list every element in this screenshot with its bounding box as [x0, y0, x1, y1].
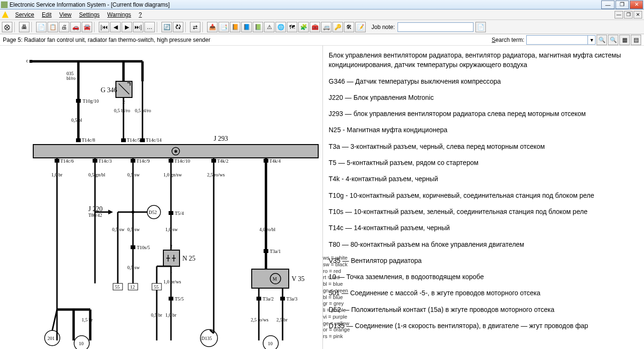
tool-puzzle-icon[interactable]: 🧩: [298, 22, 309, 32]
mdi-minimize-button[interactable]: —: [615, 11, 623, 19]
svg-text:M: M: [273, 276, 277, 281]
tool-wrench-icon[interactable]: 🛠: [344, 22, 354, 32]
tool-key-icon[interactable]: 🔑: [332, 22, 343, 32]
menu-service[interactable]: Service: [11, 10, 38, 19]
svg-rect-23: [93, 159, 97, 163]
T80_42: T80/42: [88, 213, 102, 218]
tool-new-icon[interactable]: 📄: [36, 22, 47, 32]
toolbar: ⨂ 🖶 📄 📋 🖨 🚗 🚘 |⏮ ◀ ▶ ⏭| … 🔄 🗘 ⇄ 📥 📑 📙 📘 …: [0, 20, 644, 34]
label-G346: G 346: [101, 87, 117, 94]
desc-line: T14c — 14-контактный разъем, черный: [329, 223, 638, 233]
desc-line: J293 — блок управления вентилятором ради…: [329, 109, 638, 118]
desc-line: T5 — 5-контактный разъем, рядом со старт…: [329, 158, 638, 167]
w05bl: 0,5 bl: [71, 117, 82, 123]
w05blro: 0,5 bl/ro: [114, 108, 130, 113]
label-J293: J 293: [214, 135, 228, 142]
search-input[interactable]: [526, 35, 588, 45]
w10sw: 1,0 sw: [165, 227, 178, 232]
sub-header: Page 5: Radiator fan control unit, radia…: [0, 34, 644, 46]
diagram-pane: .w3{stroke:#000;stroke-width:3;fill:none…: [0, 46, 323, 349]
mdi-close-button[interactable]: ✕: [634, 11, 642, 19]
maximize-button[interactable]: ❐: [616, 0, 629, 9]
jobnote-button[interactable]: 📄: [475, 22, 486, 32]
tool-next-icon[interactable]: ▶: [122, 22, 132, 32]
tool-map-icon[interactable]: 🗺: [287, 22, 297, 32]
svg-marker-29: [108, 210, 113, 214]
tool-reload-icon[interactable]: 🗘: [173, 22, 183, 32]
tool-goto-icon[interactable]: …: [144, 22, 155, 32]
menu-warnings[interactable]: Warnings: [104, 10, 135, 19]
w05blro2: 0,5 bl/ro: [135, 108, 151, 113]
svg-rect-26: [211, 159, 216, 163]
mdi-restore-button[interactable]: ❐: [624, 11, 633, 19]
T5_4: T5/4: [175, 211, 184, 216]
jobnote-input[interactable]: [398, 22, 474, 32]
tool-prev-icon[interactable]: ◀: [110, 22, 121, 32]
close-button[interactable]: ✕: [630, 0, 643, 9]
tool-book2-icon[interactable]: 📘: [241, 22, 252, 32]
tool-toolbox-icon[interactable]: 🧰: [310, 22, 320, 32]
tool-book3-icon[interactable]: 📗: [253, 22, 263, 32]
T3a2: T3a/2: [263, 296, 274, 301]
tool-last-icon[interactable]: ⏭|: [133, 22, 143, 32]
tool-note-icon[interactable]: 📝: [355, 22, 366, 32]
label-V35: V 35: [292, 275, 304, 282]
search-dropdown-icon[interactable]: ▾: [588, 35, 596, 45]
n201: 201: [47, 336, 55, 341]
tool-print2-icon[interactable]: 🖨: [59, 22, 69, 32]
tool-first-icon[interactable]: |⏮: [99, 22, 109, 32]
T3a3: T3a/3: [286, 296, 297, 301]
tool-car1-icon[interactable]: 🚗: [70, 22, 81, 32]
w25br: 2,5 br: [276, 317, 288, 322]
w05sw4: 0,5 sw: [127, 265, 140, 270]
tool-book1-icon[interactable]: 📙: [230, 22, 240, 32]
pin1a: 1: [123, 75, 125, 80]
n10b: 10: [268, 341, 273, 346]
menu-view[interactable]: View: [56, 10, 76, 19]
tool-warn-icon[interactable]: ⚠: [264, 22, 275, 32]
T14c8: T14c/8: [82, 137, 95, 143]
tool-van-icon[interactable]: 🚐: [321, 22, 331, 32]
tool-print-icon[interactable]: 🖶: [19, 22, 29, 32]
w05sw3: 0,5 sw: [127, 227, 140, 232]
search-prev-button[interactable]: 🔍: [597, 35, 607, 45]
search-next-button[interactable]: 🔍: [608, 35, 618, 45]
svg-rect-9: [76, 99, 81, 103]
tool-docs-icon[interactable]: 📑: [218, 22, 229, 32]
tool-refresh-icon[interactable]: 🔄: [161, 22, 172, 32]
desc-line: G346 — Датчик температуры выключения ком…: [329, 77, 638, 86]
layout-button[interactable]: ▦: [619, 35, 630, 45]
svg-rect-12: [140, 138, 145, 142]
n10a: 10: [79, 341, 84, 346]
T5_5: T5/5: [175, 296, 184, 301]
tool-copy-icon[interactable]: 📋: [47, 22, 58, 32]
w40robl: 4,0 ro/bl: [259, 227, 275, 232]
menu-edit[interactable]: Edit: [38, 10, 56, 19]
tool-globe-icon[interactable]: 🌐: [275, 22, 286, 32]
w25rows: 2,5 ro/ws: [207, 172, 225, 177]
tool-inbox-icon[interactable]: 📥: [207, 22, 218, 32]
w05sw: 0,5 sw: [127, 172, 140, 177]
tool-cancel-icon[interactable]: ⨂: [2, 22, 12, 32]
T14c10: T14c/10: [174, 158, 190, 164]
T14c9: T14c/9: [136, 158, 150, 164]
n55b: 55: [154, 284, 159, 290]
svg-rect-43: [264, 249, 268, 253]
tool-car2-icon[interactable]: 🚘: [82, 22, 92, 32]
menu-settings[interactable]: Settings: [76, 10, 104, 19]
desc-line: T10s — 10-контактный разъем, зеленый, со…: [329, 207, 638, 216]
warning-icon: [2, 11, 9, 18]
w10brws: 1,0 br/ws: [163, 279, 181, 284]
window-title: Electronic Service Information System - …: [9, 1, 600, 8]
menu-help[interactable]: ?: [135, 10, 146, 19]
svg-rect-25: [169, 159, 173, 163]
desc-line: 10 — Точка заземления, в водоотводящем к…: [329, 272, 638, 281]
color-legend: ws = whitesw = blackro = red rt = redbl …: [323, 255, 350, 340]
layout2-button[interactable]: ▤: [631, 35, 641, 45]
menu-bar: Service Edit View Settings Warnings ? — …: [0, 10, 644, 20]
T4k4: T4k/4: [269, 158, 281, 164]
T4k2: T4k/2: [217, 158, 228, 164]
tool-swap-icon[interactable]: ⇄: [190, 22, 200, 32]
jobnote-label: Job note:: [371, 24, 395, 30]
minimize-button[interactable]: —: [601, 0, 615, 9]
